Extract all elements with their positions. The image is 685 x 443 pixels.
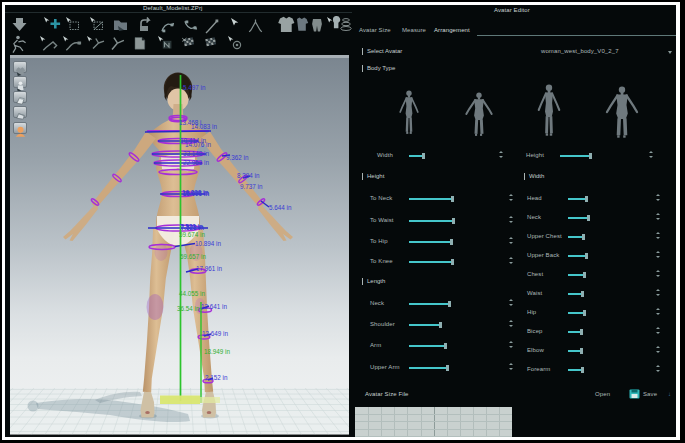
svg-text:14.076 in: 14.076 in bbox=[185, 141, 211, 148]
svg-text:5.644 in: 5.644 in bbox=[269, 204, 292, 211]
svg-text:10.894 in: 10.894 in bbox=[195, 240, 221, 247]
svg-text:59.674 in: 59.674 in bbox=[179, 231, 205, 238]
svg-text:5.497 in: 5.497 in bbox=[183, 84, 206, 91]
svg-text:33.148 in: 33.148 in bbox=[183, 150, 209, 157]
svg-text:16.096 in: 16.096 in bbox=[182, 189, 209, 196]
svg-text:8.394 in: 8.394 in bbox=[237, 172, 260, 179]
svg-text:17.961 in: 17.961 in bbox=[196, 265, 222, 272]
svg-text:18.949 in: 18.949 in bbox=[204, 348, 230, 355]
svg-text:14.083 in: 14.083 in bbox=[191, 123, 217, 130]
svg-text:7.523 in: 7.523 in bbox=[180, 223, 203, 230]
svg-text:44.055 in: 44.055 in bbox=[179, 290, 205, 297]
svg-text:36.54 in: 36.54 in bbox=[177, 305, 200, 312]
svg-text:12.641 in: 12.641 in bbox=[201, 303, 227, 310]
svg-text:12.649 in: 12.649 in bbox=[202, 330, 228, 337]
svg-text:2.152 in: 2.152 in bbox=[205, 374, 228, 381]
svg-text:9.362 in: 9.362 in bbox=[226, 154, 249, 161]
svg-text:22.953 in: 22.953 in bbox=[183, 159, 209, 166]
svg-text:9.737 in: 9.737 in bbox=[240, 183, 263, 190]
svg-text:59.657 in: 59.657 in bbox=[180, 253, 206, 260]
